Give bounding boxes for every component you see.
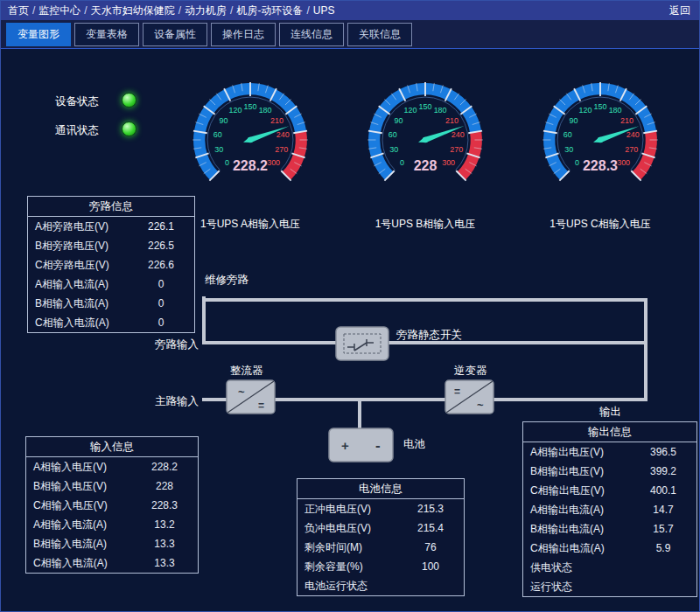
- row-value: 5.9: [630, 542, 696, 554]
- panel-row: 电池运行状态: [298, 576, 464, 595]
- svg-text:90: 90: [395, 116, 403, 125]
- comm-status-led: [122, 122, 136, 136]
- row-value: 14.7: [630, 504, 696, 516]
- panel-row: A相输出电压(V)396.5: [523, 442, 696, 462]
- panel-row: A相旁路电压(V)226.1: [28, 217, 194, 236]
- row-value: 399.2: [630, 465, 696, 477]
- panel-row: C相输出电流(A)5.9: [523, 539, 696, 558]
- svg-text:180: 180: [609, 106, 622, 115]
- row-label: 运行状态: [523, 580, 630, 595]
- panel-row: B相输入电流(A)0: [28, 294, 194, 313]
- row-value: 400.1: [630, 484, 696, 497]
- svg-text:120: 120: [578, 106, 592, 115]
- breadcrumb-separator: /: [32, 4, 35, 17]
- maintenance-bypass-label: 维修旁路: [205, 273, 248, 288]
- tab-strip: 变量图形变量表格设备属性操作日志连线信息关联信息: [1, 20, 699, 49]
- svg-text:30: 30: [564, 145, 573, 154]
- svg-text:90: 90: [570, 116, 578, 125]
- svg-text:0: 0: [225, 158, 229, 167]
- ups-monitor-window: 首页/监控中心/天水市妇幼保健院/动力机房/机房-动环设备/UPS 返回 变量图…: [0, 0, 700, 612]
- row-label: A相输入电流(A): [28, 277, 128, 292]
- panel-row: B相旁路电压(V)226.5: [28, 236, 194, 255]
- comm-status-label: 通讯状态: [55, 123, 99, 138]
- device-status-label: 设备状态: [55, 94, 99, 109]
- breadcrumb-separator: /: [178, 4, 181, 17]
- row-label: 负冲电电压(V): [298, 521, 397, 536]
- tab-3[interactable]: 操作日志: [211, 23, 276, 46]
- inverter-dc-icon: =: [454, 386, 460, 398]
- panel-row: A相输入电流(A)0: [28, 275, 194, 294]
- bypass-input-label: 旁路输入: [155, 337, 199, 352]
- svg-text:270: 270: [275, 145, 288, 154]
- row-value: 226.5: [128, 240, 194, 252]
- breadcrumb-separator: /: [230, 4, 233, 17]
- row-value: 15.7: [630, 523, 696, 535]
- row-label: 供电状态: [523, 560, 630, 575]
- row-value: 100: [397, 560, 464, 573]
- row-label: B相输出电压(V): [523, 464, 630, 479]
- tab-4[interactable]: 连线信息: [279, 23, 344, 46]
- row-label: C相输入电流(A): [28, 316, 128, 330]
- row-value: 396.5: [630, 446, 696, 458]
- rectifier-dc-icon: =: [258, 400, 264, 412]
- row-label: 剩余容量(%): [298, 560, 397, 574]
- back-button[interactable]: 返回: [668, 3, 692, 18]
- panel-title: 输入信息: [26, 437, 198, 457]
- panel-row: C相输入电流(A)0: [28, 313, 194, 332]
- svg-text:228.3: 228.3: [583, 158, 618, 173]
- device-status-led: [122, 93, 136, 108]
- breadcrumb-item[interactable]: 机房-动环设备: [236, 3, 303, 18]
- svg-text:210: 210: [445, 116, 458, 125]
- panel-row: B相输入电压(V)228: [26, 476, 198, 496]
- svg-text:60: 60: [214, 130, 222, 139]
- row-label: A相输入电流(A): [26, 518, 131, 532]
- row-label: B相输入电压(V): [26, 479, 131, 494]
- svg-text:270: 270: [625, 145, 638, 154]
- rectifier-label: 整流器: [230, 364, 263, 379]
- gauge-0: 0306090120150180210240270300228.21号UPS A…: [180, 70, 320, 232]
- gauge-caption: 1号UPS C相输入电压: [530, 217, 670, 232]
- panel-row: C相输入电压(V)228.3: [26, 496, 198, 515]
- breadcrumb-item[interactable]: UPS: [313, 4, 335, 17]
- panel-row: 剩余容量(%)100: [298, 557, 464, 576]
- row-label: A相输入电压(V): [26, 460, 131, 475]
- panel-row: 正冲电电压(V)215.3: [298, 499, 464, 518]
- breadcrumb-item[interactable]: 首页: [8, 3, 29, 18]
- svg-text:120: 120: [403, 106, 416, 115]
- panel-row: 供电状态: [523, 558, 696, 577]
- svg-text:240: 240: [452, 130, 465, 139]
- row-value: 228.3: [131, 499, 198, 511]
- tab-5[interactable]: 关联信息: [347, 23, 412, 46]
- panel-row: 负冲电电压(V)215.4: [298, 518, 464, 538]
- row-value: 76: [397, 541, 464, 553]
- output-info-panel: 输出信息 A相输出电压(V)396.5B相输出电压(V)399.2C相输出电压(…: [522, 421, 697, 597]
- static-switch-label: 旁路静态开关: [396, 328, 462, 343]
- row-value: 13.3: [131, 538, 198, 550]
- breadcrumb-item[interactable]: 天水市妇幼保健院: [91, 3, 175, 18]
- bypass-info-panel: 旁路信息 A相旁路电压(V)226.1B相旁路电压(V)226.5C相旁路电压(…: [27, 196, 195, 333]
- svg-text:150: 150: [594, 102, 607, 111]
- panel-title: 电池信息: [298, 479, 464, 499]
- row-label: B相旁路电压(V): [28, 239, 128, 254]
- panel-row: 剩余时间(M)76: [298, 538, 464, 557]
- breadcrumb-item[interactable]: 监控中心: [38, 3, 80, 18]
- row-label: A相输出电压(V): [523, 445, 630, 460]
- panel-row: B相输出电压(V)399.2: [523, 462, 696, 481]
- row-value: 226.1: [128, 220, 194, 233]
- breadcrumb-bar: 首页/监控中心/天水市妇幼保健院/动力机房/机房-动环设备/UPS 返回: [1, 1, 699, 20]
- battery-info-panel: 电池信息 正冲电电压(V)215.3负冲电电压(V)215.4剩余时间(M)76…: [297, 478, 465, 596]
- tab-1[interactable]: 变量表格: [74, 23, 139, 46]
- svg-text:90: 90: [220, 116, 228, 125]
- tab-0[interactable]: 变量图形: [6, 23, 71, 46]
- row-label: C相输出电压(V): [523, 483, 630, 498]
- breadcrumb-item[interactable]: 动力机房: [185, 3, 227, 18]
- gauge-caption: 1号UPS A相输入电压: [180, 217, 320, 232]
- panel-row: A相输入电流(A)13.2: [26, 515, 198, 534]
- svg-text:270: 270: [450, 145, 463, 154]
- panel-title: 旁路信息: [28, 197, 194, 217]
- row-value: 0: [128, 278, 194, 290]
- row-value: 13.3: [131, 557, 198, 569]
- row-label: C相旁路电压(V): [28, 258, 128, 273]
- panel-row: C相输入电流(A)13.3: [26, 553, 198, 573]
- tab-2[interactable]: 设备属性: [143, 23, 207, 46]
